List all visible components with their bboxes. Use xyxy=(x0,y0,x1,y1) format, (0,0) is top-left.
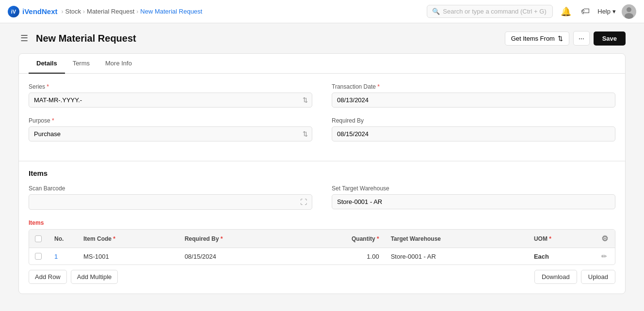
search-box[interactable]: 🔍 Search or type a command (Ctrl + G) xyxy=(427,5,553,18)
items-section: Scan Barcode ⛶ Set Target Warehouse Item… xyxy=(19,185,625,284)
scan-icon[interactable]: ⛶ xyxy=(300,198,307,206)
series-label: Series * xyxy=(29,83,312,90)
breadcrumb-sep-3: › xyxy=(136,8,138,15)
row-required-by: 08/15/2024 xyxy=(179,248,294,265)
help-label: Help xyxy=(597,8,611,15)
transaction-date-required: * xyxy=(377,83,380,90)
items-table-wrapper: No. Item Code * Required By * Quantity *… xyxy=(29,229,615,265)
col-header-target-warehouse: Target Warehouse xyxy=(385,230,528,248)
save-button[interactable]: Save xyxy=(594,31,626,46)
breadcrumb-sep-1: › xyxy=(62,8,64,15)
target-warehouse-field[interactable] xyxy=(337,198,610,205)
row-checkbox[interactable] xyxy=(35,253,42,260)
row-target-warehouse: Store-0001 - AR xyxy=(385,248,528,265)
user-avatar[interactable] xyxy=(622,4,636,19)
transaction-date-label: Transaction Date * xyxy=(332,83,615,90)
items-section-title: Items xyxy=(29,169,615,177)
scan-barcode-input[interactable] xyxy=(34,199,296,206)
app-logo[interactable]: iV iVendNext xyxy=(8,6,58,17)
get-items-chevron-icon: ⇅ xyxy=(558,35,563,42)
required-by-field[interactable] xyxy=(337,130,610,138)
breadcrumb-sep-2: › xyxy=(83,8,85,15)
top-nav: iV iVendNext › Stock › Material Request … xyxy=(0,0,644,23)
more-options-button[interactable]: ··· xyxy=(573,31,590,46)
purpose-arrow-icon: ⇅ xyxy=(299,130,312,138)
required-by-group: Required By xyxy=(332,117,615,141)
series-select[interactable]: MAT-MR-.YYYY.- xyxy=(29,93,299,107)
table-row: 1 MS-1001 08/15/2024 1.00 Store-0001 - A… xyxy=(29,248,615,265)
upload-button[interactable]: Upload xyxy=(581,270,615,284)
tags-button[interactable]: 🏷 xyxy=(579,4,592,18)
transaction-date-group: Transaction Date * xyxy=(332,83,615,108)
get-items-label: Get Items From xyxy=(511,35,555,42)
col-header-actions: ⚙ xyxy=(596,230,615,248)
scan-barcode-group: Scan Barcode ⛶ xyxy=(29,185,312,210)
target-warehouse-group: Set Target Warehouse xyxy=(332,185,615,210)
table-footer-left: Add Row Add Multiple xyxy=(29,270,118,284)
series-required: * xyxy=(47,83,49,90)
app-name: iVendNext xyxy=(22,7,58,16)
purpose-select-wrapper: Purchase ⇅ xyxy=(29,126,312,141)
required-by-input[interactable] xyxy=(332,126,615,141)
breadcrumb: › Stock › Material Request › New Materia… xyxy=(62,8,203,15)
row-edit-icon[interactable]: ✏ xyxy=(601,252,607,260)
series-arrow-icon: ⇅ xyxy=(299,96,312,104)
col-header-item-code: Item Code * xyxy=(78,230,179,248)
form-row-2: Purpose * Purchase ⇅ Required By xyxy=(29,117,615,141)
svg-point-1 xyxy=(627,7,631,12)
tab-more-info[interactable]: More Info xyxy=(97,54,140,74)
series-select-wrapper: MAT-MR-.YYYY.- ⇅ xyxy=(29,93,312,108)
purpose-group: Purpose * Purchase ⇅ xyxy=(29,117,312,141)
get-items-from-button[interactable]: Get Items From ⇅ xyxy=(505,31,569,46)
scan-barcode-label: Scan Barcode xyxy=(29,185,312,192)
row-check xyxy=(29,248,48,265)
purpose-label: Purpose * xyxy=(29,117,312,124)
target-warehouse-label: Set Target Warehouse xyxy=(332,185,615,192)
row-uom: Each xyxy=(528,248,596,265)
main-content: ☰ New Material Request Get Items From ⇅ … xyxy=(7,23,637,302)
tab-details[interactable]: Details xyxy=(29,54,65,74)
col-header-quantity: Quantity * xyxy=(294,230,385,248)
page-title: New Material Request xyxy=(36,33,499,44)
row-no-link[interactable]: 1 xyxy=(54,253,58,260)
row-item-code: MS-1001 xyxy=(78,248,179,265)
col-header-uom: UOM * xyxy=(528,230,596,248)
search-placeholder: Search or type a command (Ctrl + G) xyxy=(443,8,547,15)
select-all-checkbox[interactable] xyxy=(35,235,42,242)
download-button[interactable]: Download xyxy=(534,270,577,284)
scan-input-wrapper: ⛶ xyxy=(29,194,312,210)
tabs-bar: Details Terms More Info xyxy=(19,54,625,74)
help-button[interactable]: Help ▾ xyxy=(597,8,616,15)
section-divider xyxy=(19,161,625,161)
series-group: Series * MAT-MR-.YYYY.- ⇅ xyxy=(29,83,312,108)
table-footer: Add Row Add Multiple Download Upload xyxy=(29,270,615,284)
svg-point-2 xyxy=(625,13,633,19)
breadcrumb-material-request[interactable]: Material Request xyxy=(87,8,134,15)
transaction-date-field[interactable] xyxy=(337,96,610,104)
sidebar-toggle-button[interactable]: ☰ xyxy=(18,31,30,46)
add-multiple-button[interactable]: Add Multiple xyxy=(71,270,118,284)
breadcrumb-current: New Material Request xyxy=(140,8,202,15)
search-icon: 🔍 xyxy=(432,8,440,15)
purpose-required: * xyxy=(52,117,54,124)
table-settings-icon[interactable]: ⚙ xyxy=(601,234,608,243)
table-header-row: No. Item Code * Required By * Quantity *… xyxy=(29,230,615,248)
tab-terms[interactable]: Terms xyxy=(65,54,97,74)
notifications-button[interactable]: 🔔 xyxy=(559,4,573,19)
form-row-1: Series * MAT-MR-.YYYY.- ⇅ Transaction Da… xyxy=(29,83,615,108)
col-header-required-by: Required By * xyxy=(179,230,294,248)
row-no: 1 xyxy=(48,248,78,265)
target-warehouse-input[interactable] xyxy=(332,194,615,209)
add-row-button[interactable]: Add Row xyxy=(29,270,67,284)
logo-icon: iV xyxy=(8,6,19,17)
required-by-label: Required By xyxy=(332,117,615,124)
help-chevron-icon: ▾ xyxy=(612,8,616,15)
items-table-label: Items xyxy=(29,219,615,226)
details-form: Series * MAT-MR-.YYYY.- ⇅ Transaction Da… xyxy=(19,74,625,161)
row-quantity: 1.00 xyxy=(294,248,385,265)
scan-warehouse-row: Scan Barcode ⛶ Set Target Warehouse xyxy=(29,185,615,210)
breadcrumb-stock[interactable]: Stock xyxy=(65,8,81,15)
col-header-check xyxy=(29,230,48,248)
transaction-date-input[interactable] xyxy=(332,93,615,108)
purpose-select[interactable]: Purchase xyxy=(29,127,299,141)
